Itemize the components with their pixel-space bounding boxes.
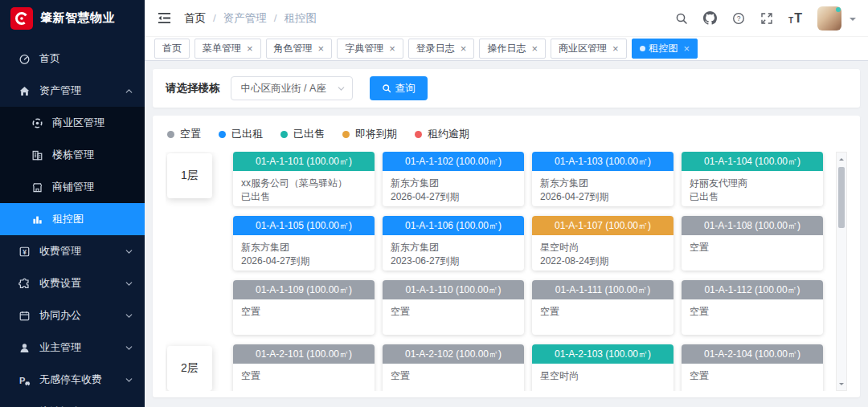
- tab-close-icon[interactable]: ×: [461, 43, 467, 54]
- parking-icon: P: [18, 374, 31, 386]
- tab-0[interactable]: 首页: [154, 39, 190, 59]
- room-card-header: 01-A-2-103 (100.00㎡): [532, 344, 674, 364]
- tab-close-icon[interactable]: ×: [389, 43, 395, 54]
- tab-label: 角色管理: [274, 42, 313, 55]
- room-card-body: 空置: [383, 299, 524, 335]
- chevron-down-icon: [125, 247, 133, 256]
- tab-close-icon[interactable]: ×: [247, 43, 253, 54]
- room-card[interactable]: 01-A-1-101 (100.00㎡)xx服务公司（菜鸟驿站）已出售: [233, 152, 375, 206]
- sidebar-item-label: 租控图: [52, 212, 84, 226]
- room-card[interactable]: 01-A-1-111 (100.00㎡)空置: [532, 280, 674, 335]
- breadcrumb-item[interactable]: 首页: [184, 11, 206, 26]
- breadcrumb: 首页/资产管理/租控图: [184, 11, 317, 26]
- help-icon[interactable]: ?: [732, 12, 745, 25]
- room-card-header: 01-A-1-105 (100.00㎡): [233, 216, 375, 235]
- yuan-icon: ¥: [18, 246, 31, 258]
- room-tenant: 空置: [241, 369, 366, 383]
- tab-close-icon[interactable]: ×: [531, 43, 538, 54]
- legend-item: 租约逾期: [415, 127, 469, 141]
- font-size-icon[interactable]: TT: [788, 12, 802, 25]
- sidebar-item-asset-management[interactable]: 资产管理: [0, 75, 145, 107]
- room-card[interactable]: 01-A-1-104 (100.00㎡)好丽友代理商已出售: [682, 152, 823, 206]
- room-card-body: 空置: [682, 364, 823, 391]
- sidebar-item-label: 商业区管理: [52, 116, 104, 130]
- search-button[interactable]: 查询: [370, 76, 428, 100]
- sidebar-item-home[interactable]: 首页: [0, 43, 145, 75]
- sidebar-item-label: 楼栋管理: [52, 148, 94, 162]
- sidebar-item-label: 收费管理: [39, 244, 81, 258]
- user-menu-caret-icon[interactable]: [850, 18, 856, 24]
- search-button-icon: [382, 83, 391, 93]
- chevron-up-icon: [125, 87, 133, 96]
- svg-text:¥: ¥: [23, 247, 27, 255]
- breadcrumb-separator: /: [274, 12, 277, 24]
- room-card[interactable]: 01-A-1-105 (100.00㎡)新东方集团2026-04-27到期: [233, 216, 375, 271]
- room-card[interactable]: 01-A-1-110 (100.00㎡)空置: [383, 280, 524, 335]
- sidebar-item-district-management[interactable]: 商业区管理: [0, 107, 145, 139]
- room-tenant: 新东方集团: [391, 241, 516, 254]
- tab-4[interactable]: 登录日志×: [408, 39, 475, 59]
- tab-close-icon[interactable]: ×: [684, 43, 690, 54]
- room-card[interactable]: 01-A-1-112 (100.00㎡)空置: [682, 280, 823, 335]
- tab-7[interactable]: 租控图×: [632, 39, 698, 59]
- room-card-header: 01-A-1-107 (100.00㎡): [532, 216, 674, 235]
- room-card[interactable]: 01-A-2-103 (100.00㎡)星空时尚: [532, 344, 674, 391]
- logo[interactable]: 肇新智慧物业: [0, 0, 145, 36]
- room-card-body: 星空时尚: [532, 364, 674, 391]
- svg-text:?: ?: [737, 14, 741, 22]
- room-card[interactable]: 01-A-2-101 (100.00㎡)空置: [233, 344, 375, 391]
- room-card[interactable]: 01-A-1-103 (100.00㎡)新东方集团2026-04-27到期: [532, 152, 674, 206]
- sidebar-item-fee-management[interactable]: ¥收费管理: [0, 235, 145, 267]
- room-card[interactable]: 01-A-2-104 (100.00㎡)空置: [682, 344, 823, 391]
- room-card[interactable]: 01-A-1-109 (100.00㎡)空置: [233, 280, 375, 335]
- chevron-down-icon: [125, 279, 133, 288]
- building-select[interactable]: 中心区商业街 / A座: [231, 76, 353, 100]
- tab-1[interactable]: 菜单管理×: [194, 39, 261, 59]
- github-icon[interactable]: [703, 11, 717, 25]
- sidebar-item-collaboration-office[interactable]: 协同办公: [0, 299, 145, 332]
- page-content: 请选择楼栋 中心区商业街 / A座 查询 空置已出租已出售即将到期租约逾期: [145, 61, 868, 407]
- room-card[interactable]: 01-A-1-108 (100.00㎡)空置: [682, 216, 823, 271]
- legend-label: 空置: [180, 127, 201, 141]
- sidebar: 肇新智慧物业 首页资产管理商业区管理楼栋管理商铺管理租控图¥收费管理收费设置协同…: [0, 0, 145, 407]
- sidebar-item-statistics-report[interactable]: 统计报表: [0, 396, 145, 407]
- scrollbar-thumb[interactable]: [838, 167, 845, 228]
- tab-2[interactable]: 角色管理×: [266, 39, 333, 59]
- sidebar-item-parking-fee[interactable]: P无感停车收费: [0, 364, 145, 396]
- room-card[interactable]: 01-A-1-106 (100.00㎡)新东方集团2023-06-27到期: [383, 216, 524, 271]
- vertical-scrollbar[interactable]: [836, 152, 847, 391]
- room-tenant: 新东方集团: [241, 241, 366, 254]
- app-root: 肇新智慧物业 首页资产管理商业区管理楼栋管理商铺管理租控图¥收费管理收费设置协同…: [0, 0, 868, 407]
- scroll-down-icon[interactable]: [837, 379, 846, 389]
- room-card-header: 01-A-1-112 (100.00㎡): [682, 280, 823, 299]
- room-card[interactable]: 01-A-1-107 (100.00㎡)星空时尚2022-08-24到期: [532, 216, 674, 271]
- search-icon[interactable]: [675, 12, 688, 25]
- hamburger-icon[interactable]: [157, 11, 172, 25]
- active-tab-dot-icon: [640, 46, 645, 51]
- scroll-up-icon[interactable]: [837, 154, 846, 164]
- tab-5[interactable]: 操作日志×: [479, 39, 546, 59]
- fullscreen-icon[interactable]: [760, 12, 773, 25]
- room-card[interactable]: 01-A-1-102 (100.00㎡)新东方集团2026-04-27到期: [383, 152, 524, 206]
- sidebar-item-rent-control-map[interactable]: 租控图: [0, 203, 145, 235]
- sidebar-item-shop-management[interactable]: 商铺管理: [0, 171, 145, 203]
- breadcrumb-item[interactable]: 资产管理: [223, 11, 267, 26]
- tab-close-icon[interactable]: ×: [612, 43, 619, 54]
- room-card[interactable]: 01-A-2-102 (100.00㎡)空置: [383, 344, 524, 391]
- room-card-header: 01-A-1-106 (100.00㎡): [383, 216, 524, 235]
- floor-board[interactable]: 1层01-A-1-101 (100.00㎡)xx服务公司（菜鸟驿站）已出售01-…: [166, 152, 831, 391]
- tab-3[interactable]: 字典管理×: [337, 39, 403, 59]
- tab-label: 租控图: [649, 42, 678, 55]
- sidebar-item-building-management[interactable]: 楼栋管理: [0, 139, 145, 171]
- room-card-header: 01-A-1-104 (100.00㎡): [682, 152, 823, 171]
- avatar[interactable]: [817, 6, 841, 31]
- sidebar-item-owner-management[interactable]: 业主管理: [0, 332, 145, 364]
- building-icon: [31, 149, 44, 161]
- rent-map-panel: 空置已出租已出售即将到期租约逾期 1层01-A-1-101 (100.00㎡)x…: [153, 116, 860, 397]
- sidebar-item-fee-settings[interactable]: 收费设置: [0, 267, 145, 299]
- room-tenant: xx服务公司（菜鸟驿站）: [241, 177, 366, 190]
- tab-close-icon[interactable]: ×: [318, 43, 325, 54]
- tab-6[interactable]: 商业区管理×: [551, 39, 627, 59]
- room-card-body: 新东方集团2026-04-27到期: [383, 171, 524, 206]
- bar-chart-icon: [31, 214, 44, 226]
